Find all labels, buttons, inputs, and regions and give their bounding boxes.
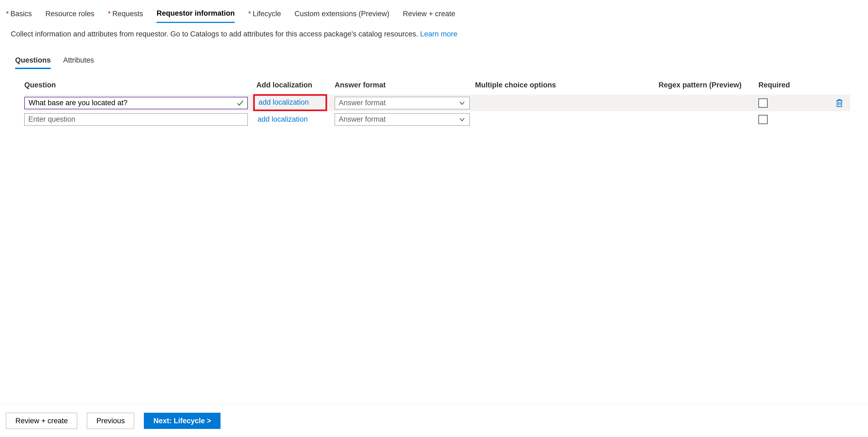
description-line: Collect information and attributes from … [0,23,868,38]
add-localization-link[interactable]: add localization [257,98,314,106]
subtab-questions[interactable]: Questions [15,56,51,69]
question-row: add localization Answer format [24,111,850,128]
col-addloc: Add localization [256,81,335,89]
sub-tabs: Questions Attributes [0,38,868,69]
required-checkbox[interactable] [758,115,768,124]
add-localization-link[interactable]: add localization [256,115,313,124]
col-regex: Regex pattern (Preview) [658,81,758,89]
tab-lifecycle[interactable]: * Lifecycle [248,10,281,23]
delete-icon[interactable] [835,98,843,108]
col-answerfmt: Answer format [335,81,475,89]
answer-format-select[interactable]: Answer format [335,97,470,109]
answer-format-placeholder: Answer format [339,99,386,107]
question-input[interactable] [24,113,248,126]
question-input[interactable] [24,97,248,109]
required-checkbox[interactable] [758,98,768,108]
col-question: Question [24,81,256,89]
question-input-wrap [24,97,248,109]
questions-table-header: Question Add localization Answer format … [24,81,850,95]
chevron-down-icon [459,116,466,123]
subtab-attributes-label: Attributes [63,56,94,64]
questions-table: Question Add localization Answer format … [24,81,850,128]
answer-format-select[interactable]: Answer format [335,113,470,126]
required-star-icon: * [6,10,9,18]
tab-lifecycle-label: Lifecycle [253,10,281,18]
tab-custom-extensions[interactable]: Custom extensions (Preview) [294,10,389,23]
tab-resource-roles-label: Resource roles [45,10,94,18]
wizard-tabs: * Basics Resource roles * Requests Reque… [0,0,868,23]
footer-buttons: Review + create Previous Next: Lifecycle… [6,413,220,429]
subtab-attributes[interactable]: Attributes [63,56,94,69]
review-create-button[interactable]: Review + create [6,413,77,429]
tab-basics[interactable]: * Basics [6,10,32,23]
next-button[interactable]: Next: Lifecycle > [144,413,220,429]
description-text: Collect information and attributes from … [11,30,420,38]
tab-review-create[interactable]: Review + create [403,10,455,23]
svg-rect-1 [837,100,842,106]
col-mco: Multiple choice options [475,81,658,89]
learn-more-link[interactable]: Learn more [420,30,457,38]
chevron-down-icon [459,100,466,106]
tab-requestor-information[interactable]: Requestor information [157,9,235,23]
tab-requests[interactable]: * Requests [108,10,143,23]
required-star-icon: * [248,10,251,18]
answer-format-placeholder: Answer format [339,115,386,124]
tab-requestor-information-label: Requestor information [157,9,235,18]
question-input-wrap [24,113,248,126]
question-row: add localization Answer format [24,95,850,111]
tab-basics-label: Basics [10,10,32,18]
required-star-icon: * [108,10,111,18]
col-required: Required [758,81,829,89]
tab-review-create-label: Review + create [403,10,455,18]
subtab-questions-label: Questions [15,56,51,64]
tab-resource-roles[interactable]: Resource roles [45,10,94,23]
tab-requests-label: Requests [112,10,143,18]
tab-custom-extensions-label: Custom extensions (Preview) [294,10,389,18]
previous-button[interactable]: Previous [87,413,134,429]
add-localization-highlight: add localization [253,94,327,111]
checkmark-icon [237,99,244,107]
